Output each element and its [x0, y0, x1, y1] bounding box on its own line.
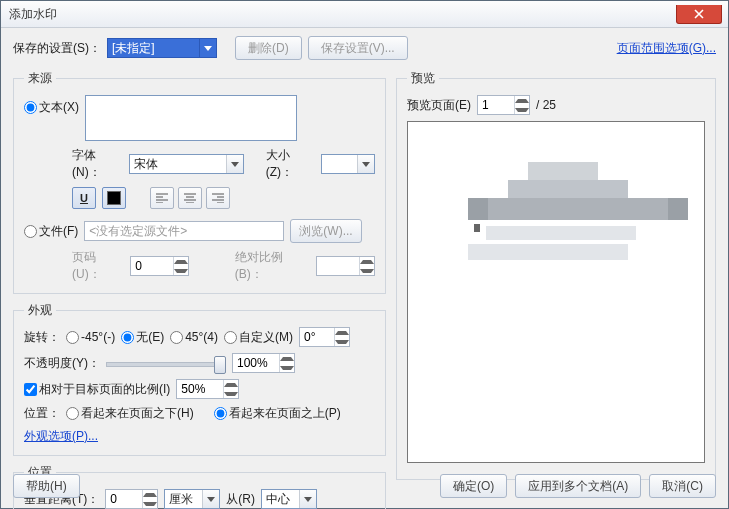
align-right-button[interactable] — [206, 187, 230, 209]
font-label: 字体(N)： — [72, 147, 123, 181]
cancel-button[interactable]: 取消(C) — [649, 474, 716, 498]
dialog-body: 保存的设置(S)： [未指定] 删除(D) 保存设置(V)... 页面范围选项(… — [1, 28, 728, 509]
size-label: 大小(Z)： — [266, 147, 315, 181]
color-swatch-icon — [107, 191, 121, 205]
saved-settings-dropdown[interactable]: [未指定] — [107, 38, 217, 58]
align-center-icon — [184, 193, 196, 203]
close-button[interactable] — [676, 5, 722, 24]
text-color-button[interactable] — [102, 187, 126, 209]
rotate-none-radio[interactable]: 无(E) — [121, 329, 164, 346]
opacity-label: 不透明度(Y)： — [24, 355, 100, 372]
opacity-spinner[interactable] — [232, 353, 295, 373]
footer: 帮助(H) 确定(O) 应用到多个文档(A) 取消(C) — [13, 474, 716, 498]
saved-settings-row: 保存的设置(S)： [未指定] 删除(D) 保存设置(V)... 页面范围选项(… — [13, 36, 716, 60]
absolute-scale-spinner[interactable] — [316, 256, 375, 276]
browse-file-button[interactable]: 浏览(W)... — [290, 219, 361, 243]
appearance-group: 外观 旋转： -45°(-) 无(E) 45°(4) 自定义(M) 不透明度(Y… — [13, 302, 386, 456]
underline-button[interactable]: U — [72, 187, 96, 209]
align-buttons — [150, 187, 230, 209]
relative-scale-checkbox[interactable]: 相对于目标页面的比例(I) — [24, 381, 170, 398]
page-range-options-link[interactable]: 页面范围选项(G)... — [617, 40, 716, 57]
preview-page-total: / 25 — [536, 98, 556, 112]
align-left-button[interactable] — [150, 187, 174, 209]
align-right-icon — [212, 193, 224, 203]
rotate-label: 旋转： — [24, 329, 60, 346]
save-settings-button[interactable]: 保存设置(V)... — [308, 36, 408, 60]
rotate-45-radio[interactable]: 45°(4) — [170, 330, 218, 344]
rotate-custom-radio[interactable]: 自定义(M) — [224, 329, 293, 346]
rotate-custom-spinner[interactable] — [299, 327, 350, 347]
appearance-legend: 外观 — [24, 302, 56, 319]
delete-settings-button[interactable]: 删除(D) — [235, 36, 302, 60]
saved-settings-value: [未指定] — [108, 40, 159, 57]
source-legend: 来源 — [24, 70, 56, 87]
rotate-minus45-radio[interactable]: -45°(-) — [66, 330, 115, 344]
page-number-label: 页码(U)： — [72, 249, 124, 283]
font-size-dropdown[interactable] — [321, 154, 375, 174]
position-label: 位置： — [24, 405, 60, 422]
page-number-spinner[interactable] — [130, 256, 189, 276]
align-center-button[interactable] — [178, 187, 202, 209]
source-group: 来源 文本(X) 字体(N)： 宋体 大小(Z)： — [13, 70, 386, 294]
preview-page-label: 预览页面(E) — [407, 97, 471, 114]
close-icon — [694, 9, 704, 19]
preview-canvas — [407, 121, 705, 463]
titlebar: 添加水印 — [1, 1, 728, 28]
ok-button[interactable]: 确定(O) — [440, 474, 507, 498]
columns: 来源 文本(X) 字体(N)： 宋体 大小(Z)： — [13, 70, 716, 509]
font-dropdown[interactable]: 宋体 — [129, 154, 244, 174]
window-title: 添加水印 — [9, 6, 676, 23]
preview-page-spinner[interactable] — [477, 95, 530, 115]
preview-group: 预览 预览页面(E) / 25 — [396, 70, 716, 480]
help-button[interactable]: 帮助(H) — [13, 474, 80, 498]
appearance-options-link[interactable]: 外观选项(P)... — [24, 428, 98, 445]
absolute-scale-label: 绝对比例(B)： — [235, 249, 310, 283]
chevron-down-icon — [199, 39, 216, 57]
relative-scale-spinner[interactable] — [176, 379, 239, 399]
source-file-field[interactable] — [84, 221, 284, 241]
source-text-radio[interactable]: 文本(X) — [24, 99, 79, 116]
font-value: 宋体 — [130, 156, 162, 173]
watermark-text-input[interactable] — [85, 95, 297, 141]
below-page-radio[interactable]: 看起来在页面之下(H) — [66, 405, 194, 422]
source-file-radio[interactable]: 文件(F) — [24, 223, 78, 240]
opacity-slider[interactable] — [106, 354, 226, 372]
chevron-down-icon — [357, 155, 374, 173]
apply-multiple-button[interactable]: 应用到多个文档(A) — [515, 474, 641, 498]
preview-legend: 预览 — [407, 70, 439, 87]
right-column: 预览 预览页面(E) / 25 — [396, 70, 716, 509]
saved-settings-label: 保存的设置(S)： — [13, 40, 101, 57]
add-watermark-dialog: 添加水印 保存的设置(S)： [未指定] 删除(D) 保存设置(V)... 页面… — [0, 0, 729, 509]
above-page-radio[interactable]: 看起来在页面之上(P) — [214, 405, 341, 422]
align-left-icon — [156, 193, 168, 203]
chevron-down-icon — [226, 155, 243, 173]
left-column: 来源 文本(X) 字体(N)： 宋体 大小(Z)： — [13, 70, 386, 509]
